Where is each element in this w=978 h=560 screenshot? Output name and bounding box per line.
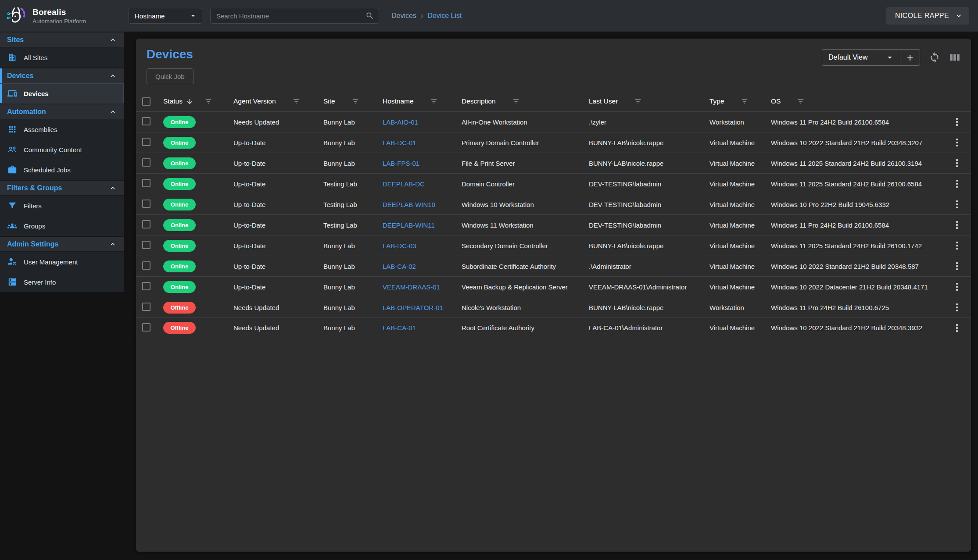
- sidebar-section-devices[interactable]: Devices: [0, 68, 124, 83]
- row-actions-kebab-icon[interactable]: [953, 260, 961, 272]
- table-row[interactable]: Online Up-to-Date Bunny Lab VEEAM-DRAAS-…: [136, 276, 971, 297]
- refresh-icon[interactable]: [929, 52, 940, 63]
- hostname-link[interactable]: LAB-CA-02: [383, 263, 416, 270]
- filter-icon[interactable]: [430, 98, 437, 105]
- hostname-link[interactable]: LAB-CA-01: [383, 324, 416, 332]
- description-cell: Root Certificate Authority: [462, 324, 589, 332]
- sort-desc-icon[interactable]: [186, 98, 193, 105]
- section-label: Sites: [7, 36, 24, 44]
- row-actions-kebab-icon[interactable]: [953, 116, 961, 128]
- filter-icon[interactable]: [512, 98, 519, 105]
- sidebar-item-server-info[interactable]: Server Info: [0, 272, 124, 292]
- sidebar-item-assemblies[interactable]: Assemblies: [0, 119, 124, 139]
- table-row[interactable]: Online Up-to-Date Bunny Lab LAB-DC-01 Pr…: [136, 132, 971, 153]
- table-row[interactable]: Online Up-to-Date Testing Lab DEEPLAB-WI…: [136, 194, 971, 214]
- briefcase-icon: [7, 165, 17, 175]
- row-checkbox[interactable]: [142, 282, 150, 290]
- filter-icon[interactable]: [352, 98, 359, 105]
- filter-icon[interactable]: [797, 98, 804, 105]
- breadcrumb-device-list[interactable]: Device List: [427, 12, 462, 20]
- table-row[interactable]: Online Up-to-Date Testing Lab DEEPLAB-WI…: [136, 214, 971, 235]
- hostname-link[interactable]: DEEPLAB-WIN11: [383, 221, 435, 229]
- table-row[interactable]: Online Up-to-Date Bunny Lab LAB-CA-02 Su…: [136, 256, 971, 276]
- user-gear-icon: [7, 257, 17, 267]
- agent-version-cell: Up-to-Date: [233, 201, 323, 208]
- quick-job-button[interactable]: Quick Job: [147, 68, 193, 84]
- select-all-checkbox[interactable]: [142, 97, 150, 106]
- sidebar-section-automation[interactable]: Automation: [0, 103, 124, 119]
- sidebar-item-community-content[interactable]: Community Content: [0, 139, 124, 160]
- sidebar-item-devices[interactable]: Devices: [0, 83, 124, 103]
- row-actions-kebab-icon[interactable]: [953, 322, 961, 334]
- table-row[interactable]: Online Needs Updated Bunny Lab LAB-AIO-0…: [136, 111, 971, 132]
- status-badge: Online: [163, 157, 196, 169]
- hostname-link[interactable]: LAB-DC-03: [383, 242, 416, 250]
- filter-icon[interactable]: [293, 98, 300, 105]
- row-actions-kebab-icon[interactable]: [953, 219, 961, 231]
- os-cell: Windows 10 2022 Standard 21H2 Build 2034…: [771, 263, 946, 270]
- table-row[interactable]: Online Up-to-Date Bunny Lab LAB-DC-03 Se…: [136, 235, 971, 256]
- row-checkbox[interactable]: [142, 323, 150, 332]
- hostname-link[interactable]: LAB-OPERATOR-01: [383, 304, 443, 311]
- sidebar-item-all-sites[interactable]: All Sites: [0, 47, 124, 68]
- row-actions-kebab-icon[interactable]: [953, 157, 961, 169]
- row-actions-kebab-icon[interactable]: [953, 178, 961, 189]
- row-actions-kebab-icon[interactable]: [953, 137, 961, 148]
- column-header-type[interactable]: Type: [709, 97, 771, 105]
- sidebar-item-user-management[interactable]: User Management: [0, 252, 124, 272]
- row-checkbox[interactable]: [142, 117, 150, 125]
- add-view-button[interactable]: +: [900, 50, 920, 65]
- sidebar-item-groups[interactable]: Groups: [0, 216, 124, 236]
- row-checkbox[interactable]: [142, 220, 150, 228]
- agent-version-cell: Up-to-Date: [233, 180, 323, 188]
- sidebar-section-admin-settings[interactable]: Admin Settings: [0, 236, 124, 252]
- table-row[interactable]: Offline Needs Updated Bunny Lab LAB-OPER…: [136, 297, 971, 317]
- description-cell: Nicole's Workstation: [462, 304, 589, 311]
- search-field-select[interactable]: Hostname: [129, 8, 202, 24]
- row-checkbox[interactable]: [142, 303, 150, 311]
- hostname-link[interactable]: DEEPLAB-WIN10: [383, 201, 435, 208]
- breadcrumb-devices[interactable]: Devices: [391, 12, 416, 20]
- sidebar-section-sites[interactable]: Sites: [0, 32, 124, 47]
- description-cell: Windows 11 Workstation: [462, 221, 589, 229]
- type-cell: Virtual Machine: [709, 263, 771, 270]
- row-checkbox[interactable]: [142, 158, 150, 167]
- user-menu-button[interactable]: NICOLE RAPPE: [886, 7, 969, 25]
- column-header-agent-version[interactable]: Agent Version: [233, 97, 323, 105]
- sidebar-section-filters-groups[interactable]: Filters & Groups: [0, 180, 124, 196]
- row-checkbox[interactable]: [142, 138, 150, 146]
- table-row[interactable]: Online Up-to-Date Bunny Lab LAB-FPS-01 F…: [136, 153, 971, 173]
- search-input[interactable]: [216, 12, 365, 20]
- row-checkbox[interactable]: [142, 261, 150, 270]
- column-header-last-user[interactable]: Last User: [589, 97, 709, 105]
- filter-icon[interactable]: [634, 98, 641, 105]
- row-actions-kebab-icon[interactable]: [953, 199, 961, 210]
- column-header-hostname[interactable]: Hostname: [383, 97, 462, 105]
- row-actions-kebab-icon[interactable]: [953, 240, 961, 251]
- hostname-link[interactable]: LAB-FPS-01: [383, 160, 419, 167]
- view-select[interactable]: Default View: [822, 50, 900, 65]
- sidebar-item-label: Scheduled Jobs: [24, 166, 71, 174]
- sidebar-item-filters[interactable]: Filters: [0, 196, 124, 216]
- status-badge: Online: [163, 178, 196, 190]
- row-actions-kebab-icon[interactable]: [953, 281, 961, 292]
- filter-icon[interactable]: [205, 98, 212, 105]
- table-row[interactable]: Offline Needs Updated Bunny Lab LAB-CA-0…: [136, 317, 971, 338]
- hostname-link[interactable]: LAB-DC-01: [383, 139, 416, 146]
- row-checkbox[interactable]: [142, 200, 150, 208]
- hostname-link[interactable]: LAB-AIO-01: [383, 118, 418, 126]
- hostname-link[interactable]: DEEPLAB-DC: [383, 180, 425, 188]
- row-actions-kebab-icon[interactable]: [953, 302, 961, 313]
- column-header-status[interactable]: Status: [163, 97, 233, 105]
- row-checkbox[interactable]: [142, 241, 150, 249]
- column-header-os[interactable]: OS: [771, 97, 946, 105]
- search-icon[interactable]: [365, 11, 374, 20]
- columns-icon[interactable]: [949, 52, 960, 63]
- sidebar-item-scheduled-jobs[interactable]: Scheduled Jobs: [0, 160, 124, 180]
- hostname-link[interactable]: VEEAM-DRAAS-01: [383, 283, 440, 291]
- filter-icon[interactable]: [741, 98, 748, 105]
- column-header-site[interactable]: Site: [323, 97, 383, 105]
- row-checkbox[interactable]: [142, 179, 150, 187]
- column-header-description[interactable]: Description: [462, 97, 589, 105]
- table-row[interactable]: Online Up-to-Date Testing Lab DEEPLAB-DC…: [136, 173, 971, 194]
